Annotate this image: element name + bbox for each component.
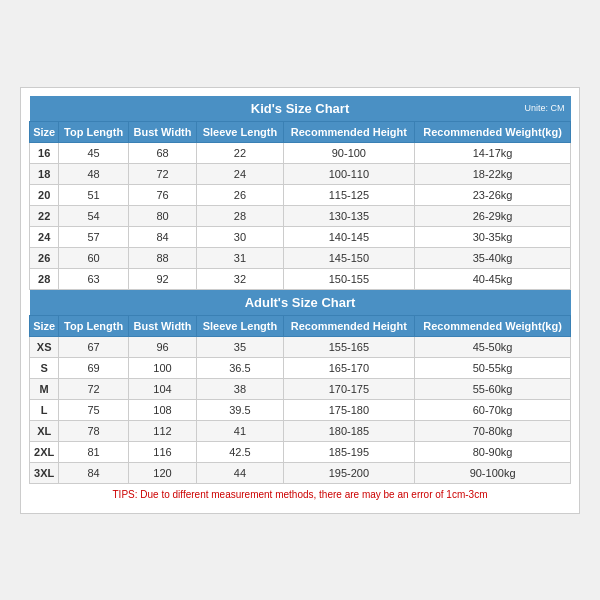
adults-row-2: M 72 104 38 170-175 55-60kg (30, 378, 571, 399)
kids-row-3: 22 54 80 28 130-135 26-29kg (30, 205, 571, 226)
adults-height-5: 185-195 (283, 441, 415, 462)
adults-weight-2: 55-60kg (415, 378, 571, 399)
kids-weight-0: 14-17kg (415, 142, 571, 163)
kids-header-rec-weight: Recommended Weight(kg) (415, 121, 571, 142)
adults-bust-1: 100 (128, 357, 196, 378)
kids-bust-1: 72 (128, 163, 196, 184)
kids-header-sleeve-length: Sleeve Length (197, 121, 283, 142)
adults-bust-3: 108 (128, 399, 196, 420)
adults-header-rec-height: Recommended Height (283, 315, 415, 336)
adults-bust-6: 120 (128, 462, 196, 483)
adults-header-bust-width: Bust Width (128, 315, 196, 336)
kids-weight-2: 23-26kg (415, 184, 571, 205)
kids-header-bust-width: Bust Width (128, 121, 196, 142)
chart-container: Kid's Size Chart Unite: CM Size Top Leng… (20, 87, 580, 514)
kids-header-top-length: Top Length (59, 121, 129, 142)
adults-top-0: 67 (59, 336, 129, 357)
kids-header-rec-height: Recommended Height (283, 121, 415, 142)
adults-weight-6: 90-100kg (415, 462, 571, 483)
tips-text: TIPS: Due to different measurement metho… (30, 483, 571, 505)
kids-header-size: Size (30, 121, 59, 142)
kids-weight-1: 18-22kg (415, 163, 571, 184)
adults-sleeve-6: 44 (197, 462, 283, 483)
adults-row-0: XS 67 96 35 155-165 45-50kg (30, 336, 571, 357)
kids-top-5: 60 (59, 247, 129, 268)
kids-bust-5: 88 (128, 247, 196, 268)
kids-sleeve-6: 32 (197, 268, 283, 289)
kids-height-3: 130-135 (283, 205, 415, 226)
adults-row-5: 2XL 81 116 42.5 185-195 80-90kg (30, 441, 571, 462)
adults-sleeve-2: 38 (197, 378, 283, 399)
kids-height-0: 90-100 (283, 142, 415, 163)
kids-unit: Unite: CM (524, 103, 564, 113)
adults-top-2: 72 (59, 378, 129, 399)
adults-weight-5: 80-90kg (415, 441, 571, 462)
kids-bust-0: 68 (128, 142, 196, 163)
adults-bust-5: 116 (128, 441, 196, 462)
kids-size-6: 28 (30, 268, 59, 289)
kids-height-2: 115-125 (283, 184, 415, 205)
kids-size-4: 24 (30, 226, 59, 247)
adults-sleeve-3: 39.5 (197, 399, 283, 420)
adults-title-cell: Adult's Size Chart (30, 289, 571, 315)
kids-top-3: 54 (59, 205, 129, 226)
adults-bust-0: 96 (128, 336, 196, 357)
adults-top-4: 78 (59, 420, 129, 441)
kids-row-5: 26 60 88 31 145-150 35-40kg (30, 247, 571, 268)
kids-sleeve-2: 26 (197, 184, 283, 205)
adults-row-1: S 69 100 36.5 165-170 50-55kg (30, 357, 571, 378)
adults-top-5: 81 (59, 441, 129, 462)
kids-top-2: 51 (59, 184, 129, 205)
adults-top-1: 69 (59, 357, 129, 378)
adults-row-6: 3XL 84 120 44 195-200 90-100kg (30, 462, 571, 483)
kids-size-2: 20 (30, 184, 59, 205)
adults-weight-4: 70-80kg (415, 420, 571, 441)
adults-size-2: M (30, 378, 59, 399)
adults-header-size: Size (30, 315, 59, 336)
kids-size-1: 18 (30, 163, 59, 184)
adults-title: Adult's Size Chart (245, 295, 356, 310)
kids-row-6: 28 63 92 32 150-155 40-45kg (30, 268, 571, 289)
kids-bust-3: 80 (128, 205, 196, 226)
kids-top-4: 57 (59, 226, 129, 247)
kids-height-5: 145-150 (283, 247, 415, 268)
kids-sleeve-0: 22 (197, 142, 283, 163)
adults-col-header: Size Top Length Bust Width Sleeve Length… (30, 315, 571, 336)
kids-sleeve-3: 28 (197, 205, 283, 226)
adults-weight-1: 50-55kg (415, 357, 571, 378)
kids-size-0: 16 (30, 142, 59, 163)
adults-top-6: 84 (59, 462, 129, 483)
adults-header-top-length: Top Length (59, 315, 129, 336)
adults-height-6: 195-200 (283, 462, 415, 483)
adults-weight-3: 60-70kg (415, 399, 571, 420)
kids-col-header: Size Top Length Bust Width Sleeve Length… (30, 121, 571, 142)
adults-size-0: XS (30, 336, 59, 357)
adults-height-0: 155-165 (283, 336, 415, 357)
kids-height-1: 100-110 (283, 163, 415, 184)
adults-sleeve-0: 35 (197, 336, 283, 357)
adults-size-4: XL (30, 420, 59, 441)
kids-sleeve-5: 31 (197, 247, 283, 268)
adults-height-4: 180-185 (283, 420, 415, 441)
kids-top-6: 63 (59, 268, 129, 289)
adults-bust-4: 112 (128, 420, 196, 441)
kids-weight-6: 40-45kg (415, 268, 571, 289)
adults-row-4: XL 78 112 41 180-185 70-80kg (30, 420, 571, 441)
kids-size-5: 26 (30, 247, 59, 268)
kids-height-6: 150-155 (283, 268, 415, 289)
adults-sleeve-5: 42.5 (197, 441, 283, 462)
adults-height-2: 170-175 (283, 378, 415, 399)
kids-height-4: 140-145 (283, 226, 415, 247)
kids-weight-4: 30-35kg (415, 226, 571, 247)
adults-bust-2: 104 (128, 378, 196, 399)
adults-header-rec-weight: Recommended Weight(kg) (415, 315, 571, 336)
adults-sleeve-4: 41 (197, 420, 283, 441)
kids-weight-3: 26-29kg (415, 205, 571, 226)
adults-height-3: 175-180 (283, 399, 415, 420)
adults-size-6: 3XL (30, 462, 59, 483)
adults-size-1: S (30, 357, 59, 378)
kids-bust-6: 92 (128, 268, 196, 289)
adults-top-3: 75 (59, 399, 129, 420)
adults-size-3: L (30, 399, 59, 420)
adults-weight-0: 45-50kg (415, 336, 571, 357)
